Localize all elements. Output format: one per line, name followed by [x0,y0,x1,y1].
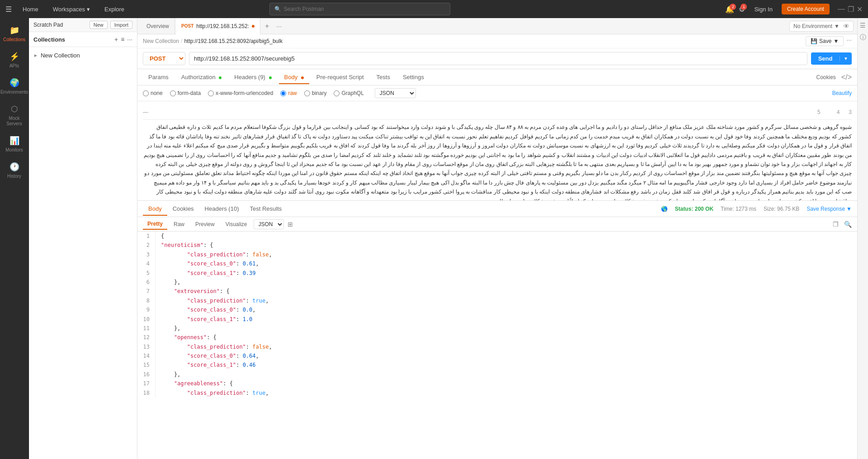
settings-icon[interactable]: ⚙ 1 [739,5,745,14]
tab-headers-label: Headers (9) [234,74,265,80]
add-tab-icon[interactable]: + [261,22,273,30]
copy-response-icon[interactable]: ❐ [833,221,839,228]
filter-response-icon[interactable]: ⊞ [288,221,293,228]
json-neuroticism: "neuroticism": { [156,241,213,250]
right-panel-info-icon[interactable]: ⓘ [860,33,866,42]
code-icon[interactable]: </> [841,73,852,81]
body-radio-none[interactable] [143,90,149,96]
add-collection-icon[interactable]: + [114,36,118,43]
send-arrow-icon[interactable]: ▼ [840,56,852,61]
body-radio-urlencoded[interactable] [208,90,214,96]
notifications-icon[interactable]: 🔔 2 [725,5,734,14]
line-number-8: 8 [137,296,156,305]
more-tabs-icon[interactable]: ··· [274,23,284,30]
body-radio-graphql[interactable] [334,90,340,96]
collections-panel-title: Collections [33,36,112,43]
signin-button[interactable]: Sign In [750,4,777,14]
fmt-tab-visualize[interactable]: Visualize [221,219,252,229]
sidebar-item-history[interactable]: 🕐 History [0,158,28,183]
env-selector[interactable]: No Environment ▼ 👁 [789,21,854,32]
collection-item-new[interactable]: ► New Collection [29,50,137,61]
line-number-11: 11 [137,324,156,333]
restore-icon[interactable]: ❐ [848,5,854,14]
response-tab-cookies[interactable]: Cookies [167,202,199,216]
json-line-12: 12 "openness": { [137,333,857,342]
tab-body[interactable]: Body [279,70,309,84]
sidebar-item-collections[interactable]: 📁 Collections [0,22,28,46]
fmt-tab-raw[interactable]: Raw [169,219,189,229]
body-type-form-data[interactable]: form-data [170,90,201,96]
response-body[interactable]: 1 { 2 "neuroticism": { 3 "class_predicti… [137,232,857,459]
cookies-link[interactable]: Cookies [816,74,836,80]
tab-settings[interactable]: Settings [397,70,429,84]
send-label: Send [811,55,840,62]
request-body-text[interactable]: 3 4 5 ― شیوه گروهی و شخصی مسائل سرگرم و … [137,101,857,201]
body-type-urlencoded[interactable]: x-www-form-urlencoded [208,90,273,96]
url-input[interactable] [189,52,807,65]
tab-headers[interactable]: Headers (9) [229,70,277,84]
tab-authorization-label: Authorization [181,74,216,80]
sidebar-item-environments[interactable]: 🌍 Environments [0,74,28,99]
workspaces-button[interactable]: Workspaces ▾ [49,4,94,14]
sidebar-item-mock-servers[interactable]: ⬡ Mock Servers [0,100,28,130]
raw-type-select[interactable]: JSON Text JavaScript HTML XML [375,88,416,98]
sidebar-item-monitors[interactable]: 📊 Monitors [0,132,28,156]
response-tab-body[interactable]: Body [143,202,167,216]
sidebar-item-apis[interactable]: ⚡ APIs [0,48,28,72]
body-type-binary[interactable]: binary [304,90,327,96]
tab-authorization[interactable]: Authorization [176,70,227,84]
menu-icon[interactable]: ☰ [5,5,12,14]
save-icon: 💾 [811,38,817,44]
response-tab-headers[interactable]: Headers (10) [199,202,245,216]
environments-icon: 🌍 [9,78,19,88]
mock-servers-icon: ⬡ [11,104,18,114]
body-type-raw[interactable]: raw [280,90,297,96]
save-button[interactable]: 💾 Save ▼ [806,36,844,46]
body-type-none[interactable]: none [143,90,163,96]
fmt-tab-preview[interactable]: Preview [191,219,219,229]
search-response-icon[interactable]: 🔍 [844,221,852,228]
beautify-button[interactable]: Beautify [832,90,852,96]
fmt-tab-pretty[interactable]: Pretty [143,219,167,230]
json-line-17: 17 "agreeableness": { [137,379,857,388]
method-select[interactable]: POST GET PUT DELETE [143,52,185,65]
save-response-button[interactable]: Save Response ▼ [807,206,852,212]
response-format-select[interactable]: JSON XML HTML Text [254,219,284,229]
body-radio-binary[interactable] [304,90,310,96]
response-tab-test-results[interactable]: Test Results [244,202,287,216]
tab-tests[interactable]: Tests [371,70,396,84]
more-collections-icon[interactable]: ··· [127,36,132,43]
new-button[interactable]: New [90,21,108,29]
tab-params[interactable]: Params [143,70,174,84]
collapse-icon[interactable]: ― [143,108,148,117]
env-eye-icon[interactable]: 👁 [843,23,849,30]
tab-overview[interactable]: Overview [141,18,175,34]
explore-button[interactable]: Explore [101,4,128,14]
body-type-graphql[interactable]: GraphQL [334,90,363,96]
environments-label: Environments [0,90,28,95]
right-panel-layers-icon[interactable]: ☰ [860,22,866,29]
send-button[interactable]: Send ▼ [811,52,852,65]
filter-collections-icon[interactable]: ≡ [121,36,124,43]
json-extroversion: "extroversion": { [156,287,230,296]
breadcrumb-more-icon[interactable]: ··· [846,36,852,46]
line-number-12: 12 [137,333,156,342]
json-line-2: 2 "neuroticism": { [137,241,857,250]
tab-pre-request[interactable]: Pre-request Script [311,70,369,84]
create-account-button[interactable]: Create Account [782,4,830,14]
workspaces-label: Workspaces [53,6,85,13]
json-line-7: 7 "extroversion": { [137,287,857,296]
body-radio-form-data[interactable] [170,90,176,96]
body-radio-raw[interactable] [280,90,286,96]
breadcrumb-collection-link[interactable]: New Collection [143,38,179,44]
minimize-icon[interactable]: — [838,5,845,14]
search-input[interactable] [284,6,445,12]
search-box[interactable]: 🔍 [269,3,450,15]
save-label: Save [819,38,831,44]
line-number-4: 4 [137,259,156,268]
home-button[interactable]: Home [19,4,42,14]
tab-post-request[interactable]: POST http://192.168.15.252: [176,18,260,34]
history-icon: 🕐 [9,162,19,172]
close-icon[interactable]: ✕ [857,5,863,14]
import-button[interactable]: Import [110,21,132,29]
